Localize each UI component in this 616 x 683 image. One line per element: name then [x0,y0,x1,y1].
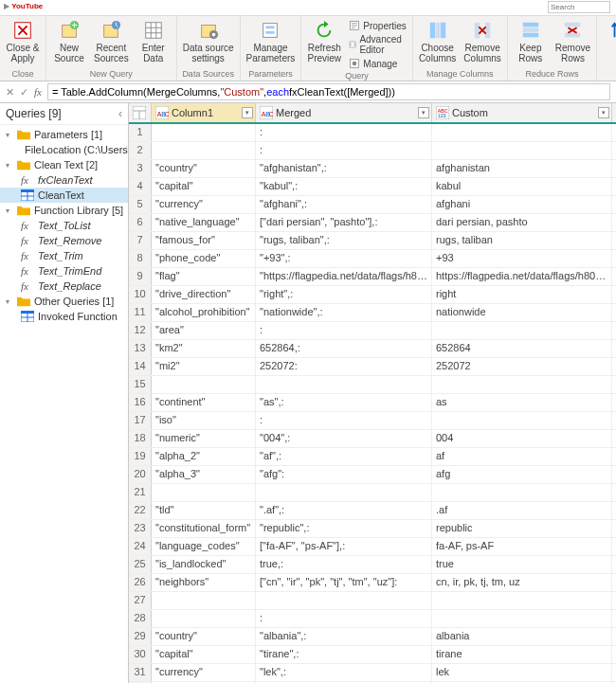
row-number[interactable]: 21 [129,484,152,501]
cell[interactable] [432,124,612,141]
confirm-icon[interactable]: ✓ [20,86,28,99]
table-row[interactable]: 16"continent""as",:as [129,394,616,412]
cell[interactable]: .af [432,502,612,519]
cell[interactable]: "is_landlocked" [152,556,256,573]
cell[interactable]: 652864 [432,340,612,357]
cell[interactable] [152,142,256,159]
cell[interactable]: "rugs, taliban",: [256,232,432,249]
cell[interactable] [432,376,612,393]
cell[interactable] [152,592,256,609]
cell[interactable]: "right",: [256,286,432,303]
table-row[interactable]: 15 [129,376,616,394]
table-row[interactable]: 23"constitutional_form""republic",:repub… [129,520,616,538]
table-row[interactable]: 7"famous_for""rugs, taliban",:rugs, tali… [129,232,616,250]
row-number[interactable]: 28 [129,610,152,627]
tree-item[interactable]: fxText_Remove [0,233,128,248]
table-row[interactable]: 9"flag""https://flagpedia.net/data/flags… [129,268,616,286]
cell[interactable]: "flag" [152,268,256,285]
tree-item[interactable]: FileLocation (C:\Users\... [0,142,128,157]
table-row[interactable]: 11"alcohol_prohibition""nationwide",:nat… [129,304,616,322]
cell[interactable]: ["dari persian", "pashto"],: [256,214,432,231]
cell[interactable]: "tirane",: [256,646,432,663]
table-row[interactable]: 24"language_codes"["fa-AF", "ps-AF"],:fa… [129,538,616,556]
cell[interactable]: tirane [432,646,612,663]
table-row[interactable]: 10"drive_direction""right",:right [129,286,616,304]
cell[interactable]: "alcohol_prohibition" [152,304,256,321]
cell[interactable] [152,124,256,141]
cell[interactable]: "language_codes" [152,538,256,555]
refresh-preview-button[interactable]: Refresh Preview [305,18,343,63]
cell[interactable]: "phone_code" [152,250,256,267]
table-row[interactable]: 4"capital""kabul",:kabul [129,178,616,196]
cell[interactable] [152,484,256,501]
tree-item[interactable]: fxText_Replace [0,279,128,294]
row-number[interactable]: 27 [129,592,152,609]
cell[interactable] [432,610,612,627]
row-number[interactable]: 23 [129,520,152,537]
cell[interactable] [256,484,432,501]
cell[interactable] [152,610,256,627]
cell[interactable]: "constitutional_form" [152,520,256,537]
table-row[interactable]: 28: [129,610,616,628]
table-row[interactable]: 5"currency""afghani",:afghani [129,196,616,214]
row-number[interactable]: 24 [129,538,152,555]
cell[interactable]: "albania",: [256,628,432,645]
table-row[interactable]: 3"country""afghanistan",:afghanistan [129,160,616,178]
cell[interactable]: ".af",: [256,502,432,519]
enter-data-button[interactable]: Enter Data [135,18,172,63]
cell[interactable]: dari persian, pashto [432,214,612,231]
column-filter-icon[interactable]: ▾ [242,107,253,118]
cell[interactable]: "famous_for" [152,232,256,249]
cell[interactable]: 652864,: [256,340,432,357]
keep-rows-button[interactable]: Keep Rows [512,18,550,63]
remove-rows-button[interactable]: Remove Rows [553,18,592,63]
cell[interactable]: ["cn", "ir", "pk", "tj", "tm", "uz"]: [256,574,432,591]
column-filter-icon[interactable]: ▾ [418,107,429,118]
choose-columns-button[interactable]: Choose Columns [417,18,458,63]
cell[interactable] [256,376,432,393]
cell[interactable]: 004 [432,430,612,447]
cell[interactable]: "continent" [152,394,256,411]
row-number[interactable]: 16 [129,394,152,411]
row-number[interactable]: 10 [129,286,152,303]
row-number[interactable]: 4 [129,178,152,195]
cell[interactable]: rugs, taliban [432,232,612,249]
cell[interactable]: : [256,142,432,159]
table-row[interactable]: 25"is_landlocked"true,:true [129,556,616,574]
sort-asc-button[interactable] [601,18,616,43]
cell[interactable]: "kabul",: [256,178,432,195]
cell[interactable]: as [432,394,612,411]
table-row[interactable]: 30"capital""tirane",:tirane [129,646,616,664]
table-row[interactable]: 14"mi2"252072:252072 [129,358,616,376]
cell[interactable] [432,142,612,159]
cell[interactable]: "004",: [256,430,432,447]
tree-item[interactable]: Invoked Function [0,309,128,324]
cell[interactable]: "nationwide",: [256,304,432,321]
cell[interactable]: "afghanistan",: [256,160,432,177]
cell[interactable]: "country" [152,160,256,177]
remove-columns-button[interactable]: Remove Columns [462,18,502,63]
row-number[interactable]: 12 [129,322,152,339]
cell[interactable]: right [432,286,612,303]
properties-button[interactable]: Properties [347,19,408,32]
table-row[interactable]: 18"numeric""004",:004 [129,430,616,448]
table-row[interactable]: 1: [129,124,616,142]
row-number[interactable]: 26 [129,574,152,591]
column-header[interactable]: ABCMerged▾ [256,103,432,122]
row-number[interactable]: 31 [129,664,152,681]
table-row[interactable]: 22"tld"".af",:.af [129,502,616,520]
table-row[interactable]: 21 [129,484,616,502]
cell[interactable]: af [432,448,612,465]
cell[interactable]: afghanistan [432,160,612,177]
cell[interactable]: "neighbors" [152,574,256,591]
data-grid[interactable]: ABCColumn1▾ABCMerged▾ABC123Custom▾ 1:2:3… [129,103,616,683]
table-row[interactable]: 8"phone_code""+93",:+93 [129,250,616,268]
tree-folder[interactable]: ▾Parameters [1] [0,127,128,142]
cell[interactable]: "af",: [256,448,432,465]
cell[interactable]: "capital" [152,646,256,663]
row-number[interactable]: 5 [129,196,152,213]
cell[interactable]: : [256,610,432,627]
cell[interactable]: "capital" [152,178,256,195]
cell[interactable]: "as",: [256,394,432,411]
row-number[interactable]: 17 [129,412,152,429]
